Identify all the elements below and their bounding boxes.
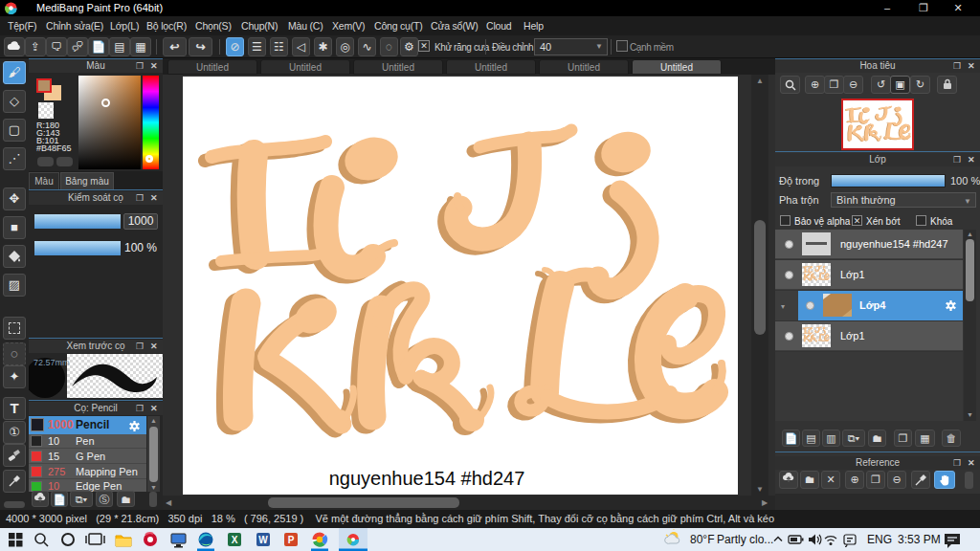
- svg-text:72.57mm: 72.57mm: [33, 358, 70, 367]
- svg-text:X: X: [232, 535, 238, 545]
- svg-text:nguyenhue154 #hd247: nguyenhue154 #hd247: [329, 468, 525, 489]
- svg-text:80°F: 80°F: [690, 533, 714, 546]
- svg-text:ENG: ENG: [867, 533, 892, 546]
- svg-text:W: W: [258, 535, 268, 545]
- svg-text:Partly clo...: Partly clo...: [717, 533, 773, 546]
- svg-text:3:53 PM: 3:53 PM: [898, 533, 941, 546]
- svg-text:P: P: [288, 535, 295, 545]
